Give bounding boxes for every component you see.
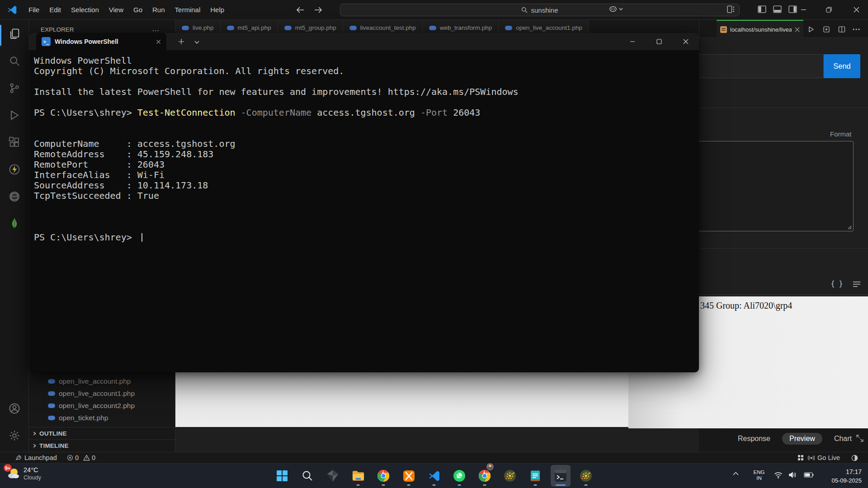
file-explorer-button[interactable]: [348, 465, 368, 487]
tray-clock[interactable]: 17:17 05-09-2025: [832, 468, 862, 485]
chrome-profile-button[interactable]: [475, 465, 495, 487]
toggle-panel-icon[interactable]: [773, 5, 782, 14]
terminal-maximize-button[interactable]: [648, 33, 670, 50]
close-tab-icon[interactable]: [156, 39, 161, 44]
launchpad-button[interactable]: Launchpad: [15, 452, 57, 463]
close-icon[interactable]: [795, 27, 800, 32]
status-circle-icon[interactable]: [851, 452, 858, 463]
app-gear-1[interactable]: [500, 465, 520, 487]
more-actions-icon[interactable]: [850, 23, 862, 35]
window-minimize-button[interactable]: [793, 0, 814, 19]
tray-chevron-up-icon[interactable]: [733, 472, 739, 475]
format-json-icon[interactable]: { }: [830, 278, 844, 290]
raw-list-icon[interactable]: [851, 278, 863, 290]
powershell-window[interactable]: >_ Windows PowerShell Windows PowerShell…: [29, 33, 699, 372]
database-extension-icon[interactable]: [8, 190, 21, 203]
tab-localhost-preview[interactable]: localhost/sunshine/liveac..: [717, 20, 803, 38]
php-file-icon: [48, 404, 55, 408]
search-sidebar-icon[interactable]: [8, 55, 21, 67]
toggle-primary-sidebar-icon[interactable]: [757, 5, 767, 14]
outline-section[interactable]: OUTLINE: [29, 427, 175, 439]
file-explorer-icon: [352, 470, 365, 482]
forward-arrow-icon[interactable]: [311, 4, 326, 16]
format-label[interactable]: Format: [830, 130, 852, 138]
php-file-icon: [48, 379, 55, 384]
extensions-icon[interactable]: [8, 136, 21, 149]
account-icon[interactable]: [8, 402, 21, 415]
copilot-button[interactable]: [609, 5, 623, 14]
back-arrow-icon[interactable]: [293, 4, 307, 16]
terminal-taskbar-button[interactable]: [551, 465, 571, 487]
tab-response[interactable]: Response: [738, 435, 770, 443]
window-restore-button[interactable]: [818, 0, 839, 19]
mongodb-icon[interactable]: [8, 217, 21, 230]
divider: [699, 248, 868, 249]
taskbar-apps: [272, 465, 596, 487]
go-live-button[interactable]: Go Live: [808, 452, 840, 463]
status-grid-icon[interactable]: [797, 452, 804, 463]
settings-gear-icon[interactable]: [8, 429, 21, 442]
divider: [699, 295, 868, 295]
language-indicator[interactable]: ENG IN: [750, 469, 768, 481]
terminal-titlebar[interactable]: >_ Windows PowerShell: [29, 33, 699, 50]
terminal-tab[interactable]: >_ Windows PowerShell: [36, 33, 166, 50]
tab-chart[interactable]: Chart: [834, 435, 852, 443]
menu-run[interactable]: Run: [147, 3, 170, 17]
chrome-button[interactable]: [373, 465, 393, 487]
resize-handle-icon[interactable]: [846, 224, 852, 230]
terminal-minimize-button[interactable]: [621, 33, 644, 50]
vscode-button[interactable]: [424, 465, 444, 487]
command-center-search[interactable]: sunshine: [340, 4, 740, 16]
customize-layout-icon[interactable]: [726, 5, 736, 14]
weather-widget[interactable]: 9+ 24°C Cloudy: [6, 466, 41, 481]
file-label: open_live_account1.php: [59, 389, 135, 398]
taskbar-search-button[interactable]: [297, 465, 317, 487]
menu-help[interactable]: Help: [205, 3, 229, 17]
problems-button[interactable]: 0 0: [67, 452, 95, 463]
launchpad-label: Launchpad: [24, 454, 57, 461]
file-open-ticket[interactable]: open_ticket.php: [29, 412, 175, 424]
explorer-icon[interactable]: [8, 28, 21, 40]
new-tab-icon[interactable]: [178, 38, 184, 45]
volume-icon[interactable]: [788, 471, 797, 479]
menu-selection[interactable]: Selection: [66, 3, 104, 17]
expand-icon[interactable]: [855, 434, 864, 443]
file-open-live-account[interactable]: open_live_account.php: [29, 375, 175, 387]
menu-view[interactable]: View: [104, 3, 128, 17]
thunder-client-icon[interactable]: [8, 163, 21, 176]
menu-terminal[interactable]: Terminal: [170, 3, 206, 17]
file-open-live-account1[interactable]: open_live_account1.php: [29, 387, 175, 399]
response-tabs-bar: Response Preview Chart: [699, 428, 868, 452]
tab-preview[interactable]: Preview: [782, 433, 822, 445]
wifi-icon[interactable]: [774, 472, 783, 479]
battery-icon[interactable]: [804, 472, 814, 478]
app-gear-2[interactable]: [576, 465, 596, 487]
terminal-cursor: [142, 233, 142, 242]
timeline-section[interactable]: TIMELINE: [29, 439, 175, 451]
start-button[interactable]: [272, 465, 292, 487]
split-editor-icon[interactable]: [836, 23, 848, 35]
menu-go[interactable]: Go: [128, 3, 147, 17]
terminal-output[interactable]: Windows PowerShell Copyright (C) Microso…: [34, 50, 695, 369]
notepad-button[interactable]: [525, 465, 545, 487]
tab-label: localhost/sunshine/liveac..: [730, 26, 792, 33]
source-control-icon[interactable]: [8, 82, 21, 94]
window-close-button[interactable]: [845, 0, 868, 19]
xampp-button[interactable]: [399, 465, 419, 487]
terminal-banner: Windows PowerShell Copyright (C) Microso…: [34, 56, 695, 97]
run-debug-icon[interactable]: [8, 109, 21, 122]
terminal-close-button[interactable]: [675, 33, 697, 50]
terminal-icon: [554, 469, 567, 482]
menu-edit[interactable]: Edit: [44, 3, 66, 17]
send-button[interactable]: Send: [824, 54, 860, 78]
open-changes-icon[interactable]: [821, 23, 832, 35]
terminal-tab-title: Windows PowerShell: [55, 38, 152, 45]
vscode-logo-icon: [7, 5, 17, 15]
run-file-icon[interactable]: [805, 23, 817, 35]
tab-dropdown-icon[interactable]: [194, 41, 199, 44]
file-open-live-account2[interactable]: open_live_account2.php: [29, 399, 175, 412]
app-crystal[interactable]: [323, 465, 343, 487]
whatsapp-button[interactable]: [449, 465, 469, 487]
preview-tab-favicon: [720, 26, 727, 33]
menu-file[interactable]: File: [24, 3, 44, 17]
